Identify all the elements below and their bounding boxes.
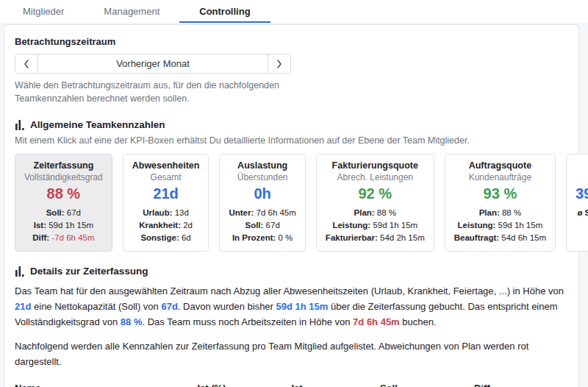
period-section: Betrachtungszeitraum Vorheriger Monat Wä… bbox=[15, 36, 568, 105]
tab-bar: MitgliederManagementControlling bbox=[0, 0, 588, 23]
highlighted-value: 59d 1h 15m bbox=[276, 301, 329, 312]
table-header-diff[interactable]: Diff bbox=[474, 377, 568, 387]
kpi-detail-value: 67d bbox=[67, 208, 81, 217]
kpi-detail-label: Beauftragt: bbox=[454, 233, 499, 242]
members-table: NameIst (%)IstSollDiff Lilli Witsmann82 … bbox=[15, 377, 568, 387]
chevron-left-icon bbox=[24, 60, 29, 68]
kpi-box-fakturierungsquote[interactable]: FakturierungsquoteAbrech. Leistungen92 %… bbox=[316, 154, 434, 252]
kpi-section-subtitle: Mit einem Klick auf eine der KPI-Boxen e… bbox=[15, 135, 568, 146]
kpi-section-title-text: Allgemeine Teamkennzahlen bbox=[30, 119, 165, 130]
kpi-detail-label: Diff: bbox=[32, 233, 49, 242]
paragraph-text: . Das Team muss noch Arbeitszeiten in Hö… bbox=[142, 316, 353, 327]
details-note: Nachfolgend werden alle Kennzahlen zur Z… bbox=[15, 338, 568, 369]
highlighted-value: 7d 6h 45m bbox=[353, 316, 400, 327]
kpi-detail-label: ø Std.Satz: bbox=[577, 208, 588, 217]
prev-period-button[interactable] bbox=[15, 54, 38, 73]
kpi-detail-value: 59d 1h 15m bbox=[373, 221, 417, 230]
period-value[interactable]: Vorheriger Monat bbox=[38, 54, 268, 73]
kpi-detail-label: Leistung: bbox=[332, 221, 370, 230]
paragraph-text: buchen. bbox=[400, 316, 437, 327]
kpi-detail-value: 88 % bbox=[502, 208, 521, 217]
tab-management[interactable]: Management bbox=[84, 0, 179, 23]
kpi-box-detail-line: Urlaub: 13d bbox=[132, 207, 200, 219]
kpi-detail-value: 54d 6h 15m bbox=[501, 233, 546, 242]
kpi-box-title: Auftragsquote bbox=[454, 160, 546, 171]
kpi-box-value: 93 % bbox=[454, 185, 546, 202]
kpi-detail-value: 54d 2h 15m bbox=[380, 233, 425, 242]
details-section-title-text: Details zur Zeiterfassung bbox=[30, 266, 148, 277]
kpi-box-zeiterfassung[interactable]: ZeiterfassungVollständigkeitsgrad88 %Sol… bbox=[15, 154, 112, 252]
kpi-detail-label: Urlaub: bbox=[143, 208, 172, 217]
kpi-detail-value: -7d 6h 45m bbox=[51, 233, 94, 242]
kpi-box-subtitle: Gesamt bbox=[576, 172, 588, 182]
kpi-detail-label: Leistung: bbox=[458, 221, 496, 230]
kpi-detail-label: Plan: bbox=[354, 208, 375, 217]
kpi-detail-value: 0 % bbox=[279, 233, 293, 242]
kpi-detail-label: Krankheit: bbox=[139, 221, 181, 230]
kpi-row: ZeiterfassungVollständigkeitsgrad88 %Sol… bbox=[15, 154, 568, 252]
table-header-ist[interactable]: Ist (%) bbox=[197, 377, 291, 387]
paragraph-text: . Davon wurden bisher bbox=[178, 301, 276, 312]
kpi-detail-value: 59d 1h 15m bbox=[498, 221, 543, 230]
kpi-detail-value: 6d bbox=[182, 233, 191, 242]
kpi-detail-label: Fakturierbar: bbox=[326, 233, 378, 242]
kpi-box-value: 0h bbox=[229, 185, 295, 202]
kpi-detail-value: 2d bbox=[183, 221, 193, 230]
kpi-detail-label: In Prozent: bbox=[232, 233, 276, 242]
kpi-detail-value: 7d 6h 45m bbox=[257, 208, 296, 217]
kpi-box-subtitle: Gesamt bbox=[132, 172, 200, 182]
table-header-name[interactable]: Name bbox=[15, 377, 197, 387]
kpi-box-auftragsquote[interactable]: AuftragsquoteKundenaufträge93 %Plan: 88 … bbox=[445, 154, 556, 252]
period-selector: Vorheriger Monat bbox=[15, 54, 291, 74]
kpi-box-detail-line: Krankheit: 2d bbox=[132, 219, 200, 232]
kpi-box-detail-line: Leistung: 59d 1h 15m bbox=[454, 219, 546, 232]
highlighted-value: 88 % bbox=[121, 316, 143, 327]
period-help-text: Wähle den Betrachtungszeitraum aus, für … bbox=[15, 79, 301, 105]
kpi-box-value: 39.812,50 € bbox=[576, 185, 588, 202]
table-header-row: NameIst (%)IstSollDiff bbox=[15, 377, 568, 387]
paragraph-text: Das Team hat für den ausgewählten Zeitra… bbox=[15, 285, 564, 297]
kpi-box-detail-line: Sonstige: 6d bbox=[132, 232, 200, 244]
kpi-box-detail-line: Ist: 59d 1h 15m bbox=[24, 219, 103, 232]
kpi-detail-label: Soll: bbox=[245, 221, 263, 230]
kpi-detail-value: 88 % bbox=[377, 208, 396, 217]
kpi-box-detail-line: Soll: 67d bbox=[229, 219, 295, 232]
kpi-box-detail-line: Beauftragt: 54d 6h 15m bbox=[454, 232, 546, 244]
kpi-detail-value: 13d bbox=[175, 208, 189, 217]
kpi-box-subtitle: Kundenaufträge bbox=[454, 172, 546, 182]
details-paragraph: Das Team hat für den ausgewählten Zeitra… bbox=[15, 283, 568, 330]
kpi-detail-label: Soll: bbox=[46, 208, 65, 217]
kpi-detail-value: 67d bbox=[266, 221, 280, 230]
kpi-box-detail-line: Unter: 7d 6h 45m bbox=[229, 207, 295, 219]
kpi-box-detail-line: Soll: 67d bbox=[24, 207, 103, 219]
kpi-box-umsatz[interactable]: UmsatzGesamt39.812,50 €ø Std.Satz: 84,13… bbox=[566, 154, 588, 252]
kpi-box-value: 92 % bbox=[326, 185, 425, 202]
kpi-box-title: Zeiterfassung bbox=[24, 160, 103, 171]
kpi-section-title: Allgemeine Teamkennzahlen bbox=[15, 119, 568, 130]
kpi-box-auslastung[interactable]: AuslastungÜberstunden0hUnter: 7d 6h 45mS… bbox=[219, 154, 305, 252]
kpi-box-value: 88 % bbox=[24, 185, 103, 202]
kpi-box-detail-line: Plan: 88 % bbox=[454, 207, 546, 219]
kpi-box-abwesenheiten[interactable]: AbwesenheitenGesamt21dUrlaub: 13dKrankhe… bbox=[123, 154, 209, 252]
chevron-right-icon bbox=[276, 60, 282, 68]
highlighted-value: 67d bbox=[161, 301, 177, 312]
table-header-ist[interactable]: Ist bbox=[291, 377, 379, 387]
kpi-box-title: Fakturierungsquote bbox=[326, 160, 425, 171]
kpi-box-detail-line: In Prozent: 0 % bbox=[229, 232, 295, 244]
tab-controlling[interactable]: Controlling bbox=[179, 0, 270, 23]
kpi-box-subtitle: Überstunden bbox=[229, 172, 295, 182]
tab-mitglieder[interactable]: Mitglieder bbox=[3, 0, 84, 23]
kpi-detail-value: 59d 1h 15m bbox=[49, 221, 93, 230]
kpi-box-value: 21d bbox=[132, 185, 200, 202]
kpi-detail-label: Plan: bbox=[479, 208, 500, 217]
kpi-box-title: Abwesenheiten bbox=[132, 160, 200, 171]
kpi-box-detail-line: Fakturierbar: 54d 2h 15m bbox=[326, 232, 425, 244]
kpi-box-detail-line: ø Std.Satz: 84,13 € bbox=[576, 207, 588, 219]
table-header-soll[interactable]: Soll bbox=[380, 377, 474, 387]
kpi-box-detail-line: Plan: 88 % bbox=[326, 207, 425, 219]
bar-chart-icon bbox=[15, 120, 25, 130]
kpi-section: Allgemeine Teamkennzahlen Mit einem Klic… bbox=[15, 119, 568, 252]
next-period-button[interactable] bbox=[268, 54, 290, 73]
details-section-title: Details zur Zeiterfassung bbox=[15, 266, 568, 277]
kpi-detail-label: Sonstige: bbox=[140, 233, 179, 242]
